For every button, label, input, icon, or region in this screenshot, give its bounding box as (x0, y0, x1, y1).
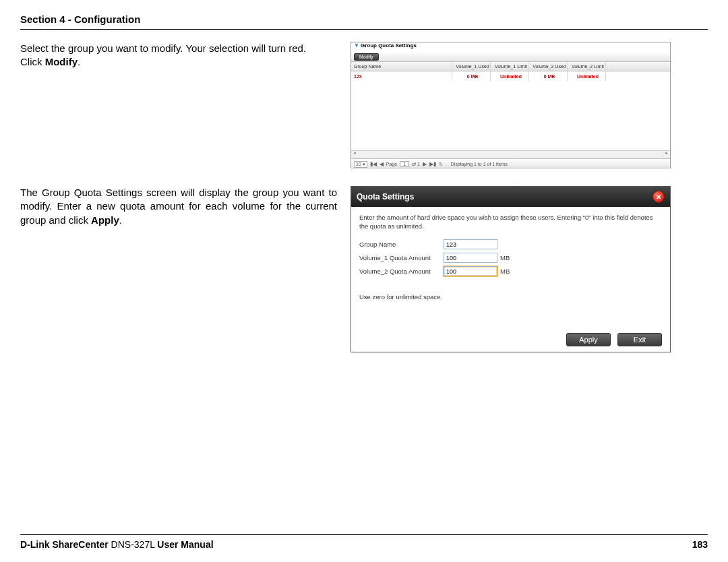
pager-page-input[interactable]: 1 (400, 161, 409, 167)
group-name-input[interactable] (444, 239, 497, 249)
desc-line: Click Modify. (20, 55, 337, 69)
form-row-v1: Volume_1 Quota Amount MB (359, 251, 662, 265)
text-bold: Modify (45, 56, 78, 67)
footer-row: D-Link ShareCenter DNS-327L User Manual … (20, 539, 708, 550)
group-name-label: Group Name (359, 241, 444, 248)
form-row-v2: Volume_2 Quota Amount MB (359, 265, 662, 278)
block-1-screenshot: ▼Group Quota Settings Modify Group Name … (351, 42, 677, 168)
table-row[interactable]: 123 0 MB Unlimited 0 MB Unlimited (351, 71, 670, 81)
pager-info: Displaying 1 to 1 of 1 items (451, 162, 508, 166)
footer-model: DNS-327L (109, 539, 158, 550)
block-1: Select the group you want to modify. You… (20, 42, 708, 168)
col-v2-limit: Volume_2 Limit (568, 62, 606, 71)
cell-v1l: Unlimited (491, 71, 529, 81)
v1-quota-label: Volume_1 Quota Amount (359, 254, 444, 261)
form-row-group: Group Name (359, 238, 662, 251)
col-v2-used: Volume_2 Used (529, 62, 568, 71)
footer-rule (20, 534, 708, 535)
horizontal-scrollbar[interactable] (351, 150, 670, 158)
triangle-down-icon: ▼ (354, 42, 359, 49)
pager-prev-icon[interactable]: ◀ (380, 161, 384, 167)
footer-brand: D-Link ShareCenter (20, 539, 109, 550)
grid-title-bar: ▼Group Quota Settings (351, 42, 670, 52)
modify-button[interactable]: Modify (354, 53, 379, 61)
unit-label: MB (500, 254, 510, 261)
text: The Group Quota Settings screen will dis… (20, 187, 337, 226)
v1-quota-input[interactable] (444, 253, 497, 263)
block-2-screenshot: Quota Settings ✕ Enter the amount of har… (351, 186, 677, 352)
pager-page-label: Page (386, 162, 397, 166)
grid-pager: 10 ▾ ▮◀ ◀ Page 1 of 1 ▶ ▶▮ ↻ Displaying … (351, 158, 670, 169)
cell-v2l: Unlimited (568, 71, 606, 81)
page-number: 183 (692, 539, 708, 550)
text: . (119, 214, 122, 226)
cell-v1u: 0 MB (452, 71, 491, 81)
cell-v2u: 0 MB (529, 71, 568, 81)
page-size-select[interactable]: 10 ▾ (354, 161, 367, 168)
grid-toolbar: Modify (351, 52, 670, 62)
group-quota-grid-panel: ▼Group Quota Settings Modify Group Name … (351, 42, 671, 168)
close-icon[interactable]: ✕ (653, 191, 665, 203)
footer-title: D-Link ShareCenter DNS-327L User Manual (20, 539, 214, 550)
exit-button[interactable]: Exit (617, 333, 662, 346)
text: . (78, 56, 80, 67)
desc-para: The Group Quota Settings screen will dis… (20, 186, 337, 227)
col-group-name: Group Name (351, 62, 452, 71)
pager-first-icon[interactable]: ▮◀ (370, 161, 377, 167)
header-rule (20, 29, 708, 30)
section-header: Section 4 - Configuration (20, 13, 708, 25)
grid-body: 123 0 MB Unlimited 0 MB Unlimited (351, 71, 670, 150)
col-v1-used: Volume_1 Used (452, 62, 491, 71)
dialog-note: Use zero for unlimited space. (359, 293, 662, 301)
dialog-header: Quota Settings ✕ (351, 187, 670, 207)
dialog-body: Enter the amount of hard drive space you… (351, 207, 670, 352)
col-v1-limit: Volume_1 Limit (491, 62, 529, 71)
page-footer: D-Link ShareCenter DNS-327L User Manual … (20, 534, 708, 550)
pager-of-label: of 1 (412, 162, 420, 166)
quota-settings-dialog: Quota Settings ✕ Enter the amount of har… (351, 186, 671, 352)
footer-suffix: User Manual (157, 539, 213, 550)
v2-quota-label: Volume_2 Quota Amount (359, 268, 444, 275)
grid-title: Group Quota Settings (361, 42, 417, 49)
v2-quota-input[interactable] (444, 266, 497, 276)
cell-name: 123 (351, 71, 452, 81)
block-1-description: Select the group you want to modify. You… (20, 42, 337, 168)
text-bold: Apply (91, 214, 119, 226)
text: Click (20, 56, 45, 67)
pager-next-icon[interactable]: ▶ (423, 161, 427, 167)
desc-line: Select the group you want to modify. You… (20, 42, 337, 55)
dialog-button-bar: Apply Exit (359, 333, 662, 346)
grid-header: Group Name Volume_1 Used Volume_1 Limit … (351, 62, 670, 71)
pager-last-icon[interactable]: ▶▮ (429, 161, 436, 167)
block-2: The Group Quota Settings screen will dis… (20, 186, 708, 352)
dialog-instructions: Enter the amount of hard drive space you… (359, 214, 662, 231)
dialog-title: Quota Settings (357, 192, 414, 201)
apply-button[interactable]: Apply (566, 333, 611, 346)
pager-refresh-icon[interactable]: ↻ (439, 162, 443, 167)
unit-label: MB (500, 268, 510, 275)
block-2-description: The Group Quota Settings screen will dis… (20, 186, 337, 352)
